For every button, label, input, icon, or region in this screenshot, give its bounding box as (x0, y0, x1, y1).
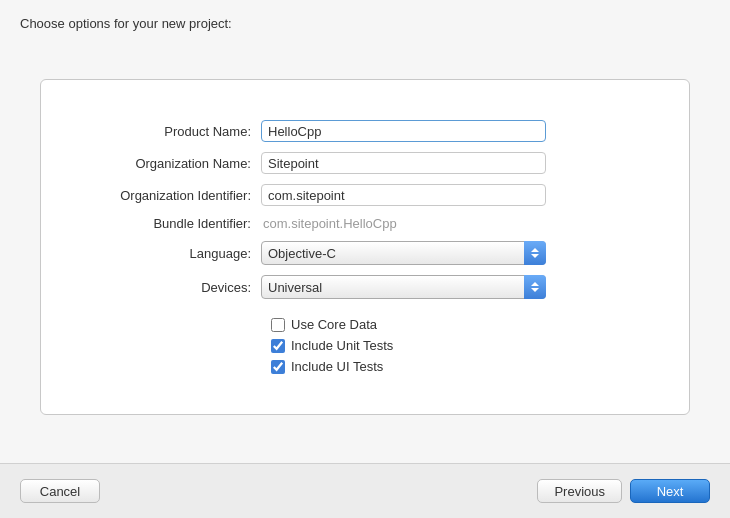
language-row: Language: Objective-C Swift (61, 241, 669, 265)
dialog-body: Product Name: Organization Name: Organiz… (0, 31, 730, 463)
use-core-data-checkbox[interactable] (271, 318, 285, 332)
devices-select[interactable]: Universal iPhone iPad (261, 275, 546, 299)
cancel-button[interactable]: Cancel (20, 479, 100, 503)
include-ui-tests-row: Include UI Tests (271, 359, 669, 374)
new-project-dialog: Choose options for your new project: Pro… (0, 0, 730, 518)
org-identifier-row: Organization Identifier: (61, 184, 669, 206)
footer-right-buttons: Previous Next (537, 479, 710, 503)
org-name-label: Organization Name: (61, 156, 261, 171)
dialog-footer: Cancel Previous Next (0, 463, 730, 518)
bundle-identifier-value: com.sitepoint.HelloCpp (261, 216, 397, 231)
next-button[interactable]: Next (630, 479, 710, 503)
language-select-wrapper: Objective-C Swift (261, 241, 546, 265)
include-unit-tests-label[interactable]: Include Unit Tests (291, 338, 393, 353)
dialog-header: Choose options for your new project: (0, 0, 730, 31)
org-name-row: Organization Name: (61, 152, 669, 174)
include-ui-tests-label[interactable]: Include UI Tests (291, 359, 383, 374)
language-select[interactable]: Objective-C Swift (261, 241, 546, 265)
org-identifier-input[interactable] (261, 184, 546, 206)
bundle-identifier-label: Bundle Identifier: (61, 216, 261, 231)
product-name-input[interactable] (261, 120, 546, 142)
devices-label: Devices: (61, 280, 261, 295)
org-name-input[interactable] (261, 152, 546, 174)
previous-button[interactable]: Previous (537, 479, 622, 503)
org-identifier-label: Organization Identifier: (61, 188, 261, 203)
language-label: Language: (61, 246, 261, 261)
use-core-data-label[interactable]: Use Core Data (291, 317, 377, 332)
dialog-title: Choose options for your new project: (20, 16, 232, 31)
devices-row: Devices: Universal iPhone iPad (61, 275, 669, 299)
content-panel: Product Name: Organization Name: Organiz… (40, 79, 690, 415)
include-unit-tests-checkbox[interactable] (271, 339, 285, 353)
checkbox-section: Use Core Data Include Unit Tests Include… (271, 317, 669, 374)
include-unit-tests-row: Include Unit Tests (271, 338, 669, 353)
include-ui-tests-checkbox[interactable] (271, 360, 285, 374)
use-core-data-row: Use Core Data (271, 317, 669, 332)
product-name-row: Product Name: (61, 120, 669, 142)
product-name-label: Product Name: (61, 124, 261, 139)
devices-select-wrapper: Universal iPhone iPad (261, 275, 546, 299)
bundle-identifier-row: Bundle Identifier: com.sitepoint.HelloCp… (61, 216, 669, 231)
